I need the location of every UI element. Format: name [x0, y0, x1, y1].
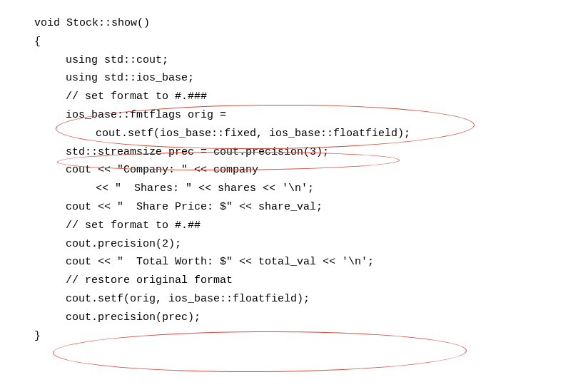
code-line-10: << " Shares: " << shares << '\n';: [34, 180, 588, 198]
code-line-17: cout.setf(orig, ios_base::floatfield);: [34, 290, 588, 309]
code-line-12: // set format to #.##: [34, 217, 588, 235]
code-block: void Stock::show() { using std::cout; us…: [0, 0, 588, 345]
code-line-2: using std::cout;: [34, 51, 588, 70]
code-line-13: cout.precision(2);: [34, 235, 588, 254]
code-line-14: cout << " Total Worth: $" << total_val <…: [34, 253, 588, 272]
code-line-5: ios_base::fmtflags orig =: [34, 106, 588, 125]
code-line-16: // restore original format: [34, 272, 588, 290]
code-line-11: cout << " Share Price: $" << share_val;: [34, 198, 588, 217]
code-line-1: {: [34, 33, 588, 51]
code-line-18: cout.precision(prec);: [34, 309, 588, 327]
code-line-4: // set format to #.###: [34, 88, 588, 106]
code-line-0: void Stock::show(): [34, 14, 588, 33]
code-line-7: std::streamsize prec = cout.precision(3)…: [34, 143, 588, 162]
code-line-19: }: [34, 327, 588, 346]
code-line-3: using std::ios_base;: [34, 69, 588, 88]
code-line-6: cout.setf(ios_base::fixed, ios_base::flo…: [34, 125, 588, 143]
code-line-9: cout << "Company: " << company: [34, 161, 588, 180]
